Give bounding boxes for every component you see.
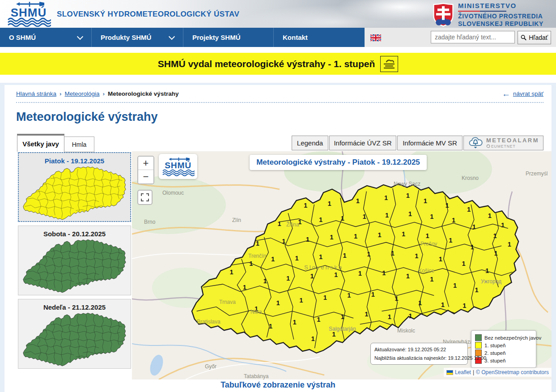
tab-vsetky-javy[interactable]: Všetky javy bbox=[17, 134, 64, 152]
info-mv-button[interactable]: Informácie MV SR bbox=[397, 136, 463, 150]
svg-text:1: 1 bbox=[382, 269, 386, 277]
info-uvz-button[interactable]: Informácie ÚVZ SR bbox=[329, 136, 396, 150]
svg-text:1: 1 bbox=[317, 316, 320, 323]
svg-text:1: 1 bbox=[362, 213, 366, 220]
meteoalarm-label: METEOALARM bbox=[486, 137, 539, 144]
svg-text:1: 1 bbox=[334, 271, 338, 278]
map-legend: Bez nebezpečných javov 1. stupeň 2. stup… bbox=[471, 330, 536, 368]
zoom-out-button[interactable]: − bbox=[138, 170, 153, 183]
fullscreen-button[interactable] bbox=[137, 190, 153, 205]
svg-text:1: 1 bbox=[424, 197, 427, 205]
breadcrumb-meteorologia-link[interactable]: Meteorológia bbox=[65, 90, 100, 97]
svg-text:1: 1 bbox=[430, 276, 433, 283]
svg-text:1: 1 bbox=[441, 301, 445, 308]
svg-text:1: 1 bbox=[295, 255, 298, 262]
nav-item-o-shmu[interactable]: O SHMÚ bbox=[0, 28, 92, 47]
svg-text:1: 1 bbox=[304, 202, 307, 209]
ministry-line2: ŽIVOTNÉHO PROSTREDIA bbox=[458, 13, 543, 21]
slovakia-thumbnail-map bbox=[22, 312, 127, 366]
day-map-sunday[interactable]: Nedeľa - 21.12.2025 bbox=[18, 299, 131, 369]
back-arrow-icon: ← bbox=[502, 89, 510, 98]
ministry-line1: MINISTERSTVO bbox=[458, 2, 543, 10]
svg-text:1: 1 bbox=[501, 222, 505, 229]
svg-text:1: 1 bbox=[508, 241, 511, 248]
svg-text:1: 1 bbox=[371, 291, 375, 298]
svg-text:1: 1 bbox=[408, 210, 412, 217]
shmu-logo-text: SHMÚ bbox=[11, 6, 47, 19]
svg-text:1: 1 bbox=[406, 192, 410, 199]
eumetnet-swirl-icon bbox=[486, 144, 490, 148]
nav-label: O SHMÚ bbox=[9, 34, 36, 41]
svg-text:1: 1 bbox=[299, 297, 303, 304]
map-city-label: Nowy Sącz bbox=[394, 181, 420, 187]
svg-text:1: 1 bbox=[286, 275, 290, 282]
svg-text:1: 1 bbox=[385, 212, 389, 219]
svg-text:1: 1 bbox=[278, 221, 281, 228]
chevron-down-icon bbox=[169, 33, 175, 39]
updated-at: Aktualizované: 19.12.2025 05:22 bbox=[374, 345, 464, 354]
svg-text:1: 1 bbox=[249, 260, 253, 267]
svg-text:1: 1 bbox=[311, 335, 315, 342]
svg-text:1: 1 bbox=[453, 282, 457, 289]
osm-link[interactable]: © OpenStreetmap contributors bbox=[476, 369, 549, 375]
day-map-friday[interactable]: Piatok - 19.12.2025 bbox=[18, 152, 131, 222]
shmu-logo[interactable]: SHMÚ bbox=[6, 1, 51, 27]
svg-text:1: 1 bbox=[494, 250, 497, 257]
nav-label: Produkty SHMÚ bbox=[101, 34, 151, 41]
svg-text:1: 1 bbox=[452, 217, 455, 224]
svg-text:1: 1 bbox=[319, 216, 323, 223]
svg-text:1: 1 bbox=[306, 236, 310, 243]
search-icon bbox=[521, 34, 526, 41]
svg-text:1: 1 bbox=[395, 295, 398, 302]
svg-text:1: 1 bbox=[406, 273, 410, 280]
svg-text:1: 1 bbox=[358, 270, 362, 277]
svg-text:1: 1 bbox=[426, 232, 429, 239]
svg-text:1: 1 bbox=[343, 252, 347, 259]
search-input[interactable] bbox=[431, 31, 515, 43]
map-city-label: Košice bbox=[418, 268, 434, 274]
map-title: Meteorologické výstrahy - Piatok - 19.12… bbox=[250, 155, 427, 170]
zoom-in-button[interactable]: + bbox=[138, 157, 153, 170]
svg-text:1: 1 bbox=[493, 232, 497, 239]
ministry-line3: SLOVENSKEJ REPUBLIKY bbox=[458, 20, 543, 28]
svg-text:1: 1 bbox=[276, 299, 280, 307]
map-city-label: Nitra bbox=[250, 309, 262, 315]
fog-warning-icon[interactable] bbox=[380, 56, 398, 72]
nav-item-kontakt[interactable]: Kontakt bbox=[274, 28, 365, 47]
svg-text:1: 1 bbox=[341, 313, 344, 320]
svg-text:1: 1 bbox=[256, 240, 259, 247]
ukraine-flag-icon bbox=[446, 370, 453, 375]
english-language-flag-icon[interactable] bbox=[370, 34, 381, 41]
nav-item-produkty[interactable]: Produkty SHMÚ bbox=[92, 28, 183, 47]
svg-text:1: 1 bbox=[229, 268, 233, 276]
legend-button[interactable]: Legenda bbox=[292, 136, 328, 150]
day-map-saturday[interactable]: Sobota - 20.12.2025 bbox=[18, 226, 131, 295]
slovak-coat-of-arms-icon bbox=[433, 3, 454, 27]
site-title: SLOVENSKÝ HYDROMETEOROLOGICKÝ ÚSTAV bbox=[57, 10, 239, 19]
back-link[interactable]: ← návrat späť bbox=[502, 89, 543, 98]
svg-text:1: 1 bbox=[323, 294, 327, 301]
meteoalarm-button[interactable]: METEOALARM EUMETNET bbox=[463, 136, 543, 150]
breadcrumb-home-link[interactable]: Hlavná stránka bbox=[16, 90, 56, 97]
tab-hmla[interactable]: Hmla bbox=[64, 136, 94, 152]
alert-banner[interactable]: SHMÚ vydal meteorologické výstrahy - 1. … bbox=[0, 53, 556, 75]
search-button[interactable]: Hľadať bbox=[518, 31, 551, 44]
svg-text:1: 1 bbox=[418, 299, 422, 307]
header: SHMÚ SLOVENSKÝ HYDROMETEOROLOGICKÝ ÚSTAV… bbox=[0, 0, 556, 28]
search-button-label: Hľadať bbox=[529, 34, 548, 41]
map-city-label: Tatabánya bbox=[244, 373, 268, 379]
svg-text:1: 1 bbox=[471, 243, 474, 251]
leaflet-map[interactable]: Ostrava Olomouc Brno Zlín Nowy Sącz Kros… bbox=[132, 151, 552, 379]
leaflet-link[interactable]: Leaflet bbox=[455, 369, 471, 375]
day-map-title: Sobota - 20.12.2025 bbox=[18, 230, 131, 238]
ministry-block: MINISTERSTVO ŽIVOTNÉHO PROSTREDIA SLOVEN… bbox=[433, 2, 543, 28]
map-city-label: Zlín bbox=[232, 217, 241, 223]
svg-text:1: 1 bbox=[293, 319, 297, 326]
svg-text:1: 1 bbox=[328, 200, 331, 207]
map-city-label: Slovensko bbox=[304, 264, 343, 271]
back-link-label: návrat späť bbox=[513, 90, 543, 97]
svg-text:1: 1 bbox=[263, 277, 267, 285]
map-city-label: Trenčín bbox=[248, 253, 266, 259]
svg-text:1: 1 bbox=[378, 231, 381, 239]
nav-item-projekty[interactable]: Projekty SHMÚ bbox=[183, 28, 274, 47]
